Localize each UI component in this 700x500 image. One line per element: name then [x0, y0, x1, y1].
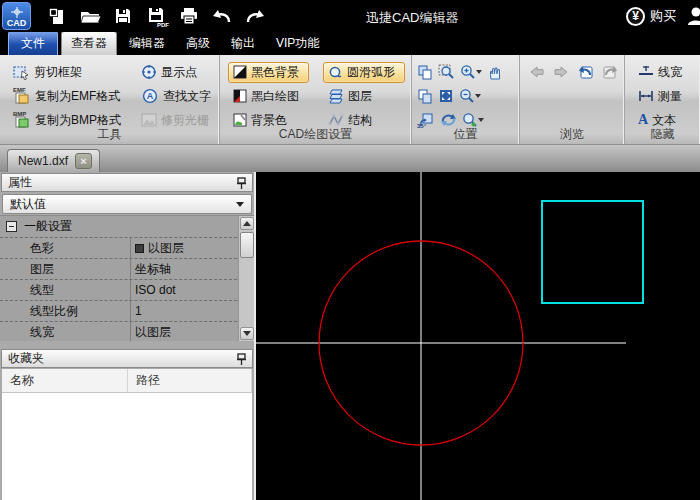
undo-button[interactable]	[209, 3, 235, 29]
copy-view-button[interactable]	[416, 63, 434, 81]
app-logo-label: CAD	[7, 18, 27, 28]
property-row-lineweight[interactable]: 线宽 以图层	[0, 322, 237, 341]
user-icon	[685, 4, 700, 28]
property-row-color[interactable]: 色彩 以图层	[0, 238, 237, 259]
paste-view-icon	[417, 88, 433, 104]
property-row-layer[interactable]: 图层 坐标轴	[0, 259, 237, 280]
group-cad-settings: 黑色背景 黑白绘图 背景色 圆滑弧形 图层	[220, 55, 412, 144]
properties-panel-header: 属性	[1, 173, 253, 192]
favorites-column-headers: 名称 路径	[2, 369, 252, 393]
tab-viewer[interactable]: 查看器	[61, 31, 117, 55]
ribbon-tab-bar: 文件 查看器 编辑器 高级 输出 VIP功能	[0, 32, 700, 55]
preset-select-value: 默认值	[10, 196, 46, 213]
scrollbar-thumb[interactable]	[240, 232, 254, 258]
pin-icon[interactable]	[237, 353, 246, 365]
smooth-arc-toggle[interactable]: 圆滑弧形	[323, 62, 405, 83]
view-redo-icon	[602, 64, 619, 80]
account-button[interactable]	[685, 4, 700, 28]
title-bar: CAD PDF 迅捷CA	[0, 0, 700, 32]
zoom-window-icon	[438, 64, 455, 80]
pan-button[interactable]	[486, 63, 504, 81]
group-label-cad-settings: CAD绘图设置	[220, 126, 411, 143]
save-icon	[113, 6, 133, 26]
property-category-row[interactable]: 一般设置	[0, 216, 237, 238]
property-row-linetype-scale[interactable]: 线型比例 1	[0, 301, 237, 322]
view-undo-button[interactable]	[576, 63, 595, 81]
tab-advanced[interactable]: 高级	[177, 32, 219, 55]
collapse-icon[interactable]	[6, 221, 17, 232]
cyan-rectangle	[542, 201, 643, 303]
copy-emf-button[interactable]: EMF 复制为EMF格式	[8, 86, 126, 107]
zoom-out-icon	[459, 88, 474, 104]
document-tab-bar: New1.dxf ×	[0, 145, 700, 172]
buy-button[interactable]: ¥ 购买	[626, 7, 676, 26]
close-tab-button[interactable]: ×	[75, 153, 92, 169]
undo-icon	[211, 6, 233, 26]
scroll-down-button[interactable]	[240, 327, 254, 340]
view-undo-icon	[577, 64, 594, 80]
group-hide: 线宽 测量 A 文本 隐藏	[625, 55, 700, 144]
zoom-extents-dropdown[interactable]	[478, 118, 484, 122]
paste-view-button[interactable]	[416, 87, 434, 105]
redo-icon	[244, 6, 266, 26]
structure-icon	[328, 113, 344, 127]
pan-hand-icon	[487, 64, 503, 80]
tab-file[interactable]: 文件	[8, 31, 58, 55]
zoom-window-button[interactable]	[437, 63, 456, 81]
column-header-path[interactable]: 路径	[128, 369, 252, 392]
buy-label: 购买	[650, 7, 676, 25]
layers-button[interactable]: 图层	[323, 86, 405, 107]
zoom-in-button[interactable]	[459, 63, 483, 81]
drawing-canvas[interactable]	[256, 172, 700, 500]
find-text-button[interactable]: A 查找文字	[136, 86, 216, 107]
pin-icon[interactable]	[237, 177, 246, 189]
tab-output[interactable]: 输出	[222, 32, 264, 55]
column-header-name[interactable]: 名称	[2, 369, 128, 392]
property-grid-scrollbar[interactable]	[238, 216, 254, 341]
zoom-fit-button[interactable]	[437, 87, 455, 105]
zoom-in-dropdown[interactable]	[476, 70, 482, 74]
crosshair-logo-icon	[10, 7, 24, 18]
open-folder-icon	[79, 6, 101, 26]
black-background-toggle[interactable]: 黑色背景	[228, 62, 309, 83]
background-color-icon	[233, 113, 247, 127]
zoom-out-dropdown[interactable]	[475, 94, 481, 98]
zoom-out-button[interactable]	[458, 87, 482, 105]
cut-frame-icon	[13, 65, 30, 80]
group-position: 35° 位置	[412, 55, 520, 144]
scroll-up-button[interactable]	[240, 217, 254, 230]
tab-vip[interactable]: VIP功能	[267, 32, 328, 55]
new-file-icon	[47, 6, 67, 26]
show-points-button[interactable]: 显示点	[136, 62, 216, 83]
group-label-tools: 工具	[0, 126, 219, 143]
line-width-icon	[638, 65, 654, 79]
yen-icon: ¥	[626, 7, 645, 26]
zoom-fit-icon	[438, 88, 454, 104]
save-button[interactable]	[110, 3, 136, 29]
save-as-pdf-button[interactable]: PDF	[143, 3, 169, 29]
cut-frame-button[interactable]: 剪切框架	[8, 62, 126, 83]
properties-panel-title: 属性	[8, 174, 32, 191]
measure-button[interactable]: 测量	[633, 86, 694, 107]
open-file-button[interactable]	[77, 3, 103, 29]
forward-arrow-icon	[553, 65, 569, 79]
bw-drawing-button[interactable]: 黑白绘图	[228, 86, 309, 107]
property-row-linetype[interactable]: 线型 ISO dot	[0, 280, 237, 301]
group-label-browse: 浏览	[520, 126, 624, 143]
copy-view-icon	[417, 64, 433, 80]
quick-access-toolbar: PDF	[44, 3, 268, 29]
trim-raster-icon	[141, 113, 157, 127]
new-file-button[interactable]	[44, 3, 70, 29]
zoom-in-icon	[460, 64, 475, 80]
print-button[interactable]	[176, 3, 202, 29]
chevron-down-icon	[236, 202, 244, 207]
favorites-list[interactable]	[2, 393, 252, 500]
document-tab[interactable]: New1.dxf ×	[7, 149, 100, 172]
redo-button[interactable]	[242, 3, 268, 29]
preset-select[interactable]: 默认值	[2, 194, 252, 214]
tab-editor[interactable]: 编辑器	[120, 32, 174, 55]
copy-emf-icon: EMF	[13, 87, 31, 105]
property-grid: 一般设置 色彩 以图层 图层 坐标轴 线型 ISO dot 线型比例 1	[0, 215, 254, 341]
line-width-button[interactable]: 线宽	[633, 62, 694, 83]
app-logo[interactable]: CAD	[2, 2, 31, 30]
